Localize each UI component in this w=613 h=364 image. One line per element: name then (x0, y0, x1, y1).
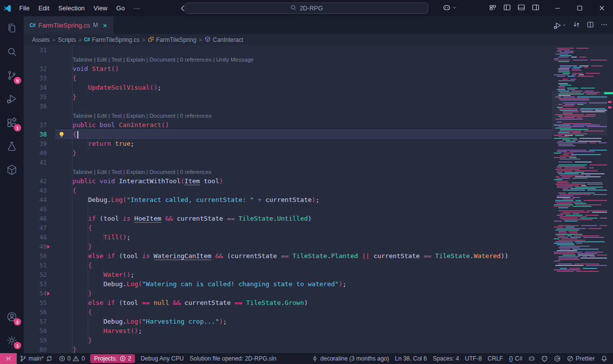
gutter-glyph-margin[interactable] (47, 73, 57, 83)
gutter-glyph-margin[interactable] (47, 120, 57, 130)
codelens-row[interactable]: Tabnine | Edit | Test | Explain | Docume… (24, 111, 552, 120)
code-line-33[interactable]: 33{ (24, 73, 552, 83)
line-number[interactable]: 56 (24, 308, 47, 316)
line-number[interactable]: 49 (24, 243, 47, 250)
line-number[interactable]: 31 (24, 46, 47, 54)
panel-left-icon[interactable] (503, 3, 511, 13)
line-number[interactable]: 37 (24, 121, 47, 129)
code-line-46[interactable]: 46if (tool is HoeItem && currentState ==… (24, 214, 552, 223)
git-blame[interactable]: decoraline (3 months ago) (308, 353, 392, 364)
menu-item[interactable]: ··· (129, 3, 144, 13)
solution-status[interactable]: Solution file opened: 2D-RPG.sln (187, 353, 279, 364)
gutter-glyph-margin[interactable] (47, 298, 57, 307)
encoding[interactable]: UTF-8 (462, 353, 485, 364)
activity-run-debug-icon[interactable] (0, 87, 24, 111)
line-number[interactable]: 44 (24, 196, 47, 203)
minimize-button[interactable] (546, 0, 569, 16)
tabnine-status[interactable] (538, 353, 551, 364)
activity-explorer-icon[interactable] (0, 16, 24, 40)
line-number[interactable]: 39 (24, 140, 47, 147)
code-line-59[interactable]: 59} (24, 335, 552, 345)
cursor-position[interactable]: Ln 38, Col 6 (392, 353, 430, 364)
codelens-links[interactable]: Tabnine | Edit | Test | Explain | Docume… (72, 169, 211, 175)
code-line-60[interactable]: 60} (24, 345, 552, 353)
gutter-glyph-margin[interactable] (47, 251, 57, 261)
code-line-57[interactable]: 57Debug.Log("Harvesting crop..."); (24, 317, 552, 326)
code-line-40[interactable]: 40} (24, 148, 552, 158)
activity-extensions-icon[interactable]: 1 (0, 111, 24, 134)
gutter-glyph-margin[interactable] (47, 232, 57, 242)
code-line-38[interactable]: 38{ (24, 130, 552, 139)
panel-bottom-icon[interactable] (517, 3, 525, 13)
activity-accounts-icon[interactable]: 2 (0, 305, 24, 329)
line-number[interactable]: 41 (24, 159, 47, 166)
gutter-glyph-margin[interactable] (47, 92, 57, 101)
code-line-58[interactable]: 58Harvest(); (24, 326, 552, 335)
line-number[interactable]: 57 (24, 318, 47, 325)
gutter-glyph-margin[interactable] (47, 195, 57, 204)
code-line-49[interactable]: 49} (24, 242, 552, 251)
gutter-glyph-margin[interactable] (47, 289, 57, 298)
code-line-45[interactable]: 45 (24, 204, 552, 214)
code-line-43[interactable]: 43{ (24, 186, 552, 195)
menu-edit[interactable]: Edit (34, 3, 54, 13)
line-number[interactable]: 35 (24, 93, 47, 100)
code-line-47[interactable]: 47{ (24, 223, 552, 232)
codelens-row[interactable]: Tabnine | Edit | Test | Explain | Docume… (24, 167, 552, 176)
gutter-glyph-margin[interactable] (47, 64, 57, 73)
code-line-41[interactable]: 41 (24, 158, 552, 167)
language-mode[interactable]: {}C# (506, 353, 525, 364)
close-button[interactable] (591, 0, 613, 16)
gutter-glyph-margin[interactable] (47, 270, 57, 279)
menu-go[interactable]: Go (112, 3, 129, 13)
copilot-menu[interactable] (443, 3, 457, 13)
maximize-button[interactable] (569, 0, 591, 16)
code-line-55[interactable]: 55else if (tool == null && currentState … (24, 298, 552, 307)
activity-search-icon[interactable] (0, 40, 24, 64)
gutter-glyph-margin[interactable] (47, 101, 57, 111)
menu-file[interactable]: File (15, 3, 34, 13)
eol[interactable]: CRLF (485, 353, 506, 364)
line-number[interactable]: 33 (24, 74, 47, 82)
code-line-31[interactable]: 31 (24, 45, 552, 55)
line-number[interactable]: 55 (24, 299, 47, 306)
breadcrumb-item-caninteract[interactable]: CanInteract (204, 36, 243, 44)
code-line-56[interactable]: 56{ (24, 307, 552, 317)
csharp-devkit-status[interactable] (551, 353, 564, 364)
code-line-32[interactable]: 32void Start() (24, 64, 552, 73)
gutter-glyph-margin[interactable] (47, 326, 57, 335)
gutter-glyph-margin[interactable] (47, 148, 57, 158)
gutter-glyph-margin[interactable] (47, 45, 57, 55)
line-number[interactable]: 42 (24, 177, 47, 185)
gutter-glyph-margin[interactable] (47, 335, 57, 345)
menu-selection[interactable]: Selection (54, 3, 89, 13)
customize-layout-icon[interactable] (489, 3, 497, 13)
code-line-44[interactable]: 44Debug.Log("Interact called, currentSta… (24, 195, 552, 204)
line-number[interactable]: 48 (24, 233, 47, 241)
projects-badge[interactable]: Projects:2 (90, 354, 135, 363)
code-line-35[interactable]: 35} (24, 92, 552, 101)
code-line-37[interactable]: 37public bool CanInteract() (24, 120, 552, 130)
split-editor-icon[interactable] (586, 21, 594, 30)
line-number[interactable]: 51 (24, 262, 47, 269)
line-number[interactable]: 46 (24, 215, 47, 222)
line-number[interactable]: 53 (24, 280, 47, 288)
code-line-54[interactable]: 54} (24, 289, 552, 298)
code-line-50[interactable]: 50else if (tool is WateringCanItem && (c… (24, 251, 552, 261)
gutter-glyph-margin[interactable] (47, 223, 57, 232)
line-number[interactable]: 52 (24, 271, 47, 278)
codelens-links[interactable]: Tabnine | Edit | Test | Explain | Docume… (72, 57, 253, 63)
menu-view[interactable]: View (89, 3, 112, 13)
gutter-glyph-margin[interactable] (47, 130, 57, 139)
notifications[interactable] (598, 353, 613, 364)
run-debug-button[interactable] (553, 21, 567, 30)
line-number[interactable]: 50 (24, 252, 47, 260)
gutter-glyph-margin[interactable] (47, 307, 57, 317)
tab-farmtilespring[interactable]: C# FarmTileSpring.cs M × (24, 16, 113, 34)
gutter-glyph-margin[interactable] (47, 261, 57, 270)
breadcrumb-item-scripts[interactable]: Scripts (58, 36, 76, 43)
line-number[interactable]: 43 (24, 187, 47, 194)
panel-right-icon[interactable] (532, 3, 540, 13)
line-number[interactable]: 34 (24, 84, 47, 91)
line-number[interactable]: 38 (24, 131, 47, 138)
